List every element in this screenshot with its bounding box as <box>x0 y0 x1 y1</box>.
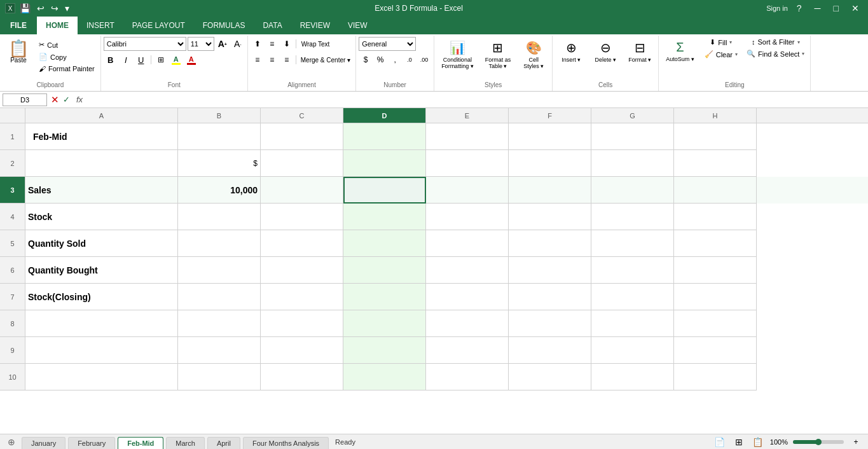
row-header-2[interactable]: 2 <box>0 150 25 177</box>
cell-c4[interactable] <box>261 204 343 230</box>
page-break-view-btn[interactable]: 📋 <box>751 435 765 449</box>
cell-reference-input[interactable]: D3 <box>3 93 47 106</box>
cell-g5[interactable] <box>591 230 674 257</box>
sheet-tab-four-months[interactable]: Four Months Analysis <box>243 437 329 449</box>
cell-e2[interactable] <box>426 150 509 177</box>
cell-b2[interactable]: $ <box>178 150 261 177</box>
cell-e10[interactable] <box>426 364 509 390</box>
row-header-6[interactable]: 6 <box>0 257 25 284</box>
row-header-7[interactable]: 7 <box>0 284 25 310</box>
tab-formulas[interactable]: FORMULAS <box>194 17 254 34</box>
col-header-e[interactable]: E <box>426 108 509 123</box>
cell-g1[interactable] <box>591 123 674 150</box>
cell-h8[interactable] <box>674 310 757 337</box>
merge-center-btn[interactable]: Merge & Center ▾ <box>298 53 353 67</box>
col-header-b[interactable]: B <box>178 108 261 123</box>
cell-h6[interactable] <box>674 257 757 284</box>
sheet-tab-feb-mid[interactable]: Feb-Mid <box>118 437 163 449</box>
cut-button[interactable]: ✂ Cut <box>36 39 98 50</box>
cell-h1[interactable] <box>674 123 757 150</box>
italic-btn[interactable]: I <box>119 53 133 67</box>
col-header-c[interactable]: C <box>261 108 343 123</box>
number-format-select[interactable]: General <box>359 37 416 51</box>
cell-b6[interactable] <box>178 257 261 284</box>
add-sheet-btn[interactable]: ⊕ <box>3 435 20 449</box>
cell-a4[interactable]: Stock <box>25 204 178 230</box>
conditional-formatting-btn[interactable]: 📊 ConditionalFormatting ▾ <box>437 37 478 73</box>
cell-e5[interactable] <box>426 230 509 257</box>
zoom-slider[interactable] <box>793 440 844 444</box>
sort-filter-btn[interactable]: ↕ Sort & Filter ▾ <box>748 37 803 47</box>
cell-h9[interactable] <box>674 337 757 364</box>
col-header-a[interactable]: A <box>25 108 178 123</box>
zoom-in-btn[interactable]: + <box>849 435 863 449</box>
formula-input[interactable] <box>88 93 865 106</box>
row-header-10[interactable]: 10 <box>0 364 25 390</box>
cell-e1[interactable] <box>426 123 509 150</box>
sheet-tab-january[interactable]: January <box>22 437 65 449</box>
cell-b5[interactable] <box>178 230 261 257</box>
percent-btn[interactable]: % <box>373 53 387 67</box>
cell-b3[interactable]: 10,000 <box>178 177 261 204</box>
cell-h10[interactable] <box>674 364 757 390</box>
col-header-g[interactable]: G <box>591 108 674 123</box>
clear-btn[interactable]: 🧹 Clear ▾ <box>701 49 741 60</box>
cell-d1[interactable] <box>343 123 426 150</box>
cell-f4[interactable] <box>509 204 591 230</box>
col-header-d[interactable]: D <box>343 108 426 123</box>
cell-h7[interactable] <box>674 284 757 310</box>
row-header-8[interactable]: 8 <box>0 310 25 337</box>
center-align-btn[interactable]: ≡ <box>265 53 279 67</box>
insert-btn[interactable]: ⊕ Insert ▾ <box>555 37 587 66</box>
bottom-align-btn[interactable]: ⬇ <box>280 37 294 51</box>
font-size-selector[interactable]: 11 <box>188 37 214 51</box>
cell-d8[interactable] <box>343 310 426 337</box>
cell-e4[interactable] <box>426 204 509 230</box>
cell-h4[interactable] <box>674 204 757 230</box>
paste-button[interactable]: 📋 Paste <box>3 37 34 67</box>
cell-h5[interactable] <box>674 230 757 257</box>
wrap-text-btn[interactable]: Wrap Text <box>298 37 333 51</box>
cell-e7[interactable] <box>426 284 509 310</box>
cell-a9[interactable] <box>25 337 178 364</box>
cell-g8[interactable] <box>591 310 674 337</box>
cell-f10[interactable] <box>509 364 591 390</box>
right-align-btn[interactable]: ≡ <box>280 53 294 67</box>
tab-review[interactable]: REVIEW <box>291 17 339 34</box>
close-btn[interactable]: ✕ <box>848 3 863 13</box>
delete-btn[interactable]: ⊖ Delete ▾ <box>589 37 621 66</box>
sign-in-link[interactable]: Sign in <box>766 4 788 12</box>
bold-btn[interactable]: B <box>104 53 118 67</box>
cell-a10[interactable] <box>25 364 178 390</box>
decrease-decimal-btn[interactable]: .00 <box>417 53 431 67</box>
row-header-4[interactable]: 4 <box>0 204 25 230</box>
cell-g3[interactable] <box>591 177 674 204</box>
cell-a7[interactable]: Stock(Closing) <box>25 284 178 310</box>
normal-view-btn[interactable]: 📄 <box>713 435 727 449</box>
page-layout-view-btn[interactable]: ⊞ <box>732 435 746 449</box>
font-selector[interactable]: Calibri <box>104 37 186 51</box>
qat-more-btn[interactable]: ▾ <box>63 3 71 13</box>
redo-qat-btn[interactable]: ↪ <box>49 3 60 13</box>
cell-f2[interactable] <box>509 150 591 177</box>
cell-d7[interactable] <box>343 284 426 310</box>
tab-file[interactable]: FILE <box>0 17 37 34</box>
cell-c5[interactable] <box>261 230 343 257</box>
find-select-btn[interactable]: 🔍 Find & Select ▾ <box>743 48 808 59</box>
cell-f8[interactable] <box>509 310 591 337</box>
cell-c10[interactable] <box>261 364 343 390</box>
cell-h3[interactable] <box>674 177 757 204</box>
cell-b8[interactable] <box>178 310 261 337</box>
cell-b7[interactable] <box>178 284 261 310</box>
cell-e9[interactable] <box>426 337 509 364</box>
cell-f9[interactable] <box>509 337 591 364</box>
cell-d5[interactable] <box>343 230 426 257</box>
cell-g10[interactable] <box>591 364 674 390</box>
cell-d9[interactable] <box>343 337 426 364</box>
cell-c6[interactable] <box>261 257 343 284</box>
cell-a6[interactable]: Quantity Bought <box>25 257 178 284</box>
cell-d6[interactable] <box>343 257 426 284</box>
sheet-tab-april[interactable]: April <box>207 437 240 449</box>
cell-e6[interactable] <box>426 257 509 284</box>
autosum-btn[interactable]: Σ AutoSum ▾ <box>661 37 699 66</box>
